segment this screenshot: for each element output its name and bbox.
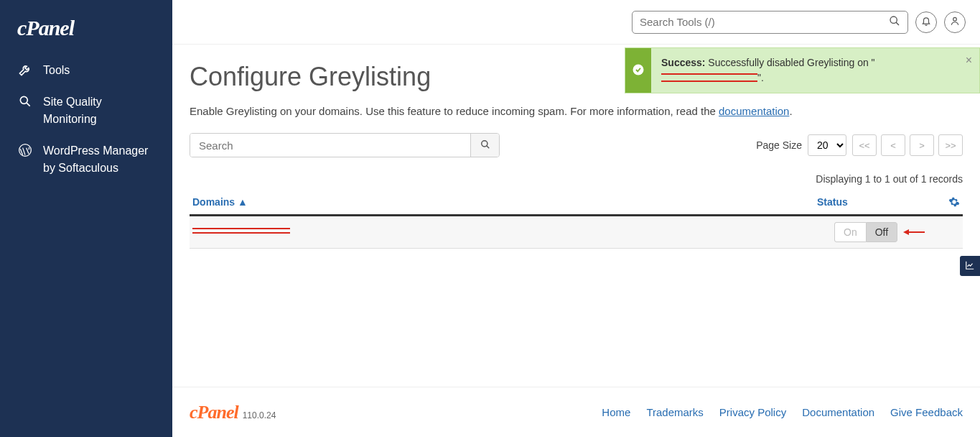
pagination: Page Size 20 << < > >>	[756, 134, 963, 156]
domain-search-input[interactable]	[190, 134, 470, 157]
column-header-status: Status	[817, 196, 943, 210]
footer-left: cPanel 110.0.24	[190, 402, 276, 423]
search-tools-container	[632, 11, 908, 34]
user-button[interactable]	[944, 12, 966, 33]
svg-line-8	[486, 145, 489, 148]
table-header: Domains ▲ Status	[190, 192, 963, 216]
documentation-link[interactable]: documentation	[719, 105, 789, 117]
svg-point-5	[953, 17, 957, 21]
domain-search-container	[190, 133, 500, 157]
sidebar-item-site-quality[interactable]: Site Quality Monitoring	[0, 86, 172, 135]
page-buttons: << < > >>	[852, 134, 963, 156]
last-page-button[interactable]: >>	[938, 134, 963, 156]
search-icon	[480, 139, 490, 152]
toggle-off-button[interactable]: Off	[866, 222, 897, 242]
cpanel-logo: cPanel	[0, 9, 172, 55]
search-icon[interactable]	[889, 15, 900, 29]
displaying-text: Displaying 1 to 1 out of 1 records	[190, 173, 963, 185]
bell-icon	[921, 16, 931, 28]
gear-icon	[948, 198, 960, 210]
user-icon	[950, 16, 960, 28]
wordpress-icon	[17, 142, 33, 158]
svg-point-3	[890, 17, 897, 23]
page-size-label: Page Size	[756, 139, 802, 151]
svg-marker-10	[903, 229, 909, 235]
version-text: 110.0.24	[243, 410, 276, 420]
svg-line-1	[27, 103, 30, 106]
alert-text: Success: Successfully disabled Greylisti…	[651, 48, 979, 93]
topbar	[172, 0, 980, 45]
search-tools-input[interactable]	[640, 16, 889, 28]
footer-links: Home Trademarks Privacy Policy Documenta…	[602, 406, 963, 418]
redacted-domain	[192, 226, 290, 236]
toggle-on-button[interactable]: On	[834, 222, 866, 242]
sidebar-item-label: Site Quality Monitoring	[43, 93, 155, 128]
redacted-domain	[661, 73, 757, 82]
arrow-annotation-icon	[903, 225, 925, 240]
footer-link-documentation[interactable]: Documentation	[802, 406, 874, 418]
footer-link-trademarks[interactable]: Trademarks	[646, 406, 703, 418]
footer: cPanel 110.0.24 Home Trademarks Privacy …	[172, 387, 980, 437]
footer-link-home[interactable]: Home	[602, 406, 630, 418]
status-cell: On Off	[834, 222, 960, 242]
table-settings-button[interactable]	[943, 196, 960, 210]
footer-link-privacy[interactable]: Privacy Policy	[719, 406, 786, 418]
column-header-domains[interactable]: Domains ▲	[192, 196, 817, 210]
sidebar-item-wordpress[interactable]: WordPress Manager by Softaculous	[0, 135, 172, 184]
magnifier-icon	[17, 93, 33, 109]
greylisting-toggle: On Off	[834, 222, 897, 242]
page-description: Enable Greylisting on your domains. Use …	[190, 105, 963, 117]
sidebar: cPanel Tools Site Quality Monitoring Wor…	[0, 0, 172, 437]
check-circle-icon	[632, 63, 645, 78]
svg-point-0	[20, 96, 27, 104]
domain-search-button[interactable]	[470, 134, 499, 157]
content-area: Success: Successfully disabled Greylisti…	[172, 45, 980, 387]
prev-page-button[interactable]: <	[881, 134, 905, 156]
footer-link-feedback[interactable]: Give Feedback	[890, 406, 963, 418]
sidebar-item-tools[interactable]: Tools	[0, 55, 172, 86]
table-row: On Off	[190, 216, 963, 249]
side-tab-button[interactable]	[960, 256, 980, 276]
alert-icon-bar	[625, 48, 651, 93]
sidebar-item-label: Tools	[43, 62, 70, 79]
controls-row: Page Size 20 << < > >>	[190, 133, 963, 157]
success-alert: Success: Successfully disabled Greylisti…	[625, 47, 980, 93]
chart-icon	[965, 260, 975, 272]
svg-line-4	[896, 22, 899, 25]
notifications-button[interactable]	[915, 12, 937, 33]
tools-icon	[17, 62, 33, 78]
svg-point-7	[481, 140, 487, 146]
page-size-select[interactable]: 20	[808, 134, 846, 156]
sidebar-item-label: WordPress Manager by Softaculous	[43, 142, 155, 177]
next-page-button[interactable]: >	[910, 134, 934, 156]
cpanel-logo-footer: cPanel	[190, 402, 238, 423]
close-icon[interactable]: ×	[966, 54, 972, 67]
first-page-button[interactable]: <<	[852, 134, 877, 156]
domain-cell	[192, 226, 834, 239]
